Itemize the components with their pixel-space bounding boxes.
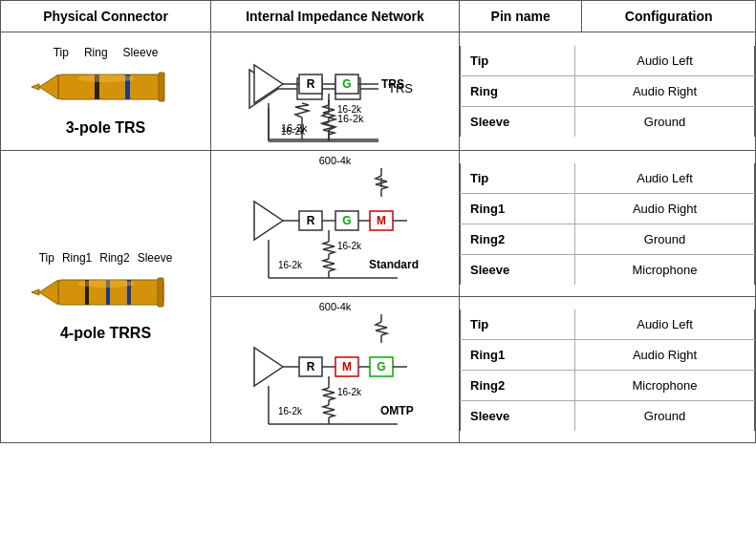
svg-marker-2: [32, 84, 39, 90]
tip-label-4: Tip: [39, 251, 54, 265]
pin-ring-trs: Ring: [461, 76, 575, 107]
table-row: Tip Audio Left: [461, 309, 755, 340]
network-standard: 600-4k R G: [211, 151, 460, 297]
sleeve-label-4: Sleeve: [138, 251, 173, 265]
table-row: Ring1 Audio Right: [461, 193, 755, 224]
pin-sleeve-std: Sleeve: [461, 254, 575, 285]
header-pin: Pin name: [460, 1, 582, 32]
pin-ring2-std: Ring2: [461, 224, 575, 254]
pin-config-trs: Tip Audio Left Ring Audio Right Sleeve G…: [460, 32, 756, 151]
svg-text:TRS: TRS: [381, 77, 404, 91]
config-sleeve-std: Microphone: [575, 254, 755, 285]
table-row: Sleeve Microphone: [461, 254, 755, 285]
trs-connector-svg: [30, 63, 183, 111]
config-ring2-std: Ground: [575, 224, 755, 254]
table-row: Tip Audio Left: [461, 46, 755, 76]
svg-marker-25: [254, 65, 283, 103]
ring-label: Ring: [84, 46, 108, 59]
svg-text:16-2k: 16-2k: [278, 406, 303, 416]
config-ring2-omtp: Microphone: [575, 370, 755, 400]
table-row: Sleeve Ground: [461, 107, 755, 138]
config-ring1-std: Audio Right: [575, 193, 755, 224]
connector-trs-name: 3-pole TRS: [5, 119, 206, 137]
svg-text:R: R: [306, 77, 314, 91]
svg-text:16-2k: 16-2k: [278, 260, 303, 270]
pin-sleeve-omtp: Sleeve: [461, 400, 575, 431]
ring2-label-4: Ring2: [99, 251, 129, 265]
ring1-label-4: Ring1: [62, 251, 92, 265]
pin-tip-std: Tip: [461, 163, 575, 194]
pin-ring1-std: Ring1: [461, 193, 575, 224]
connector-trs: Tip Ring Sleeve: [1, 32, 211, 151]
svg-marker-42: [39, 280, 58, 305]
svg-text:Standard: Standard: [369, 258, 419, 271]
pin-config-standard: Tip Audio Left Ring1 Audio Right Ring2 G…: [460, 151, 756, 297]
table-row: Sleeve Ground: [461, 400, 755, 431]
svg-text:16-2k: 16-2k: [281, 126, 306, 137]
svg-text:R: R: [306, 214, 314, 227]
header-config: Configuration: [582, 1, 756, 32]
network-omtp: 600-4k R M: [211, 297, 460, 443]
header-connector: Physical Connector: [1, 1, 211, 32]
pin-tip-trs: Tip: [461, 46, 575, 76]
network-trs: R G TRS: [211, 32, 460, 151]
pin-ring1-omtp: Ring1: [461, 339, 575, 370]
svg-point-6: [77, 75, 135, 82]
pin-sleeve-trs: Sleeve: [461, 107, 575, 138]
pin-ring2-omtp: Ring2: [461, 370, 575, 400]
table-row: Ring1 Audio Right: [461, 339, 755, 370]
tip-label: Tip: [54, 46, 69, 59]
svg-text:M: M: [342, 360, 352, 373]
config-sleeve-omtp: Ground: [575, 400, 755, 431]
config-sleeve-trs: Ground: [575, 107, 755, 138]
svg-rect-5: [159, 73, 164, 101]
table-row: Ring2 Microphone: [461, 370, 755, 400]
pin-tip-omtp: Tip: [461, 309, 575, 340]
impedance-label-omtp: 600-4k: [319, 301, 352, 312]
svg-marker-1: [39, 75, 58, 99]
svg-text:G: G: [342, 77, 351, 91]
config-tip-std: Audio Left: [575, 163, 755, 194]
svg-marker-43: [32, 289, 39, 295]
connector-trrs-name: 4-pole TRRS: [5, 325, 206, 342]
trs-circuit-clean: R G TRS: [240, 36, 431, 146]
config-ring1-omtp: Audio Right: [575, 339, 755, 370]
impedance-label-standard: 600-4k: [319, 155, 352, 166]
svg-text:16-2k: 16-2k: [337, 387, 362, 397]
trrs-connector-svg: [30, 268, 183, 316]
svg-point-48: [77, 280, 135, 288]
config-tip-omtp: Audio Left: [575, 309, 755, 340]
svg-text:16-2k: 16-2k: [337, 104, 362, 115]
omtp-top-resistor: [240, 314, 431, 352]
connector-trrs: Tip Ring1 Ring2 Sleeve 4-po: [1, 151, 211, 443]
config-ring-trs: Audio Right: [575, 76, 755, 107]
header-network: Internal Impedance Network: [211, 1, 460, 32]
svg-text:R: R: [306, 360, 314, 373]
svg-text:M: M: [377, 214, 386, 227]
svg-text:G: G: [342, 214, 351, 227]
table-row: Ring Audio Right: [461, 76, 755, 107]
svg-text:G: G: [377, 360, 385, 373]
svg-text:16-2k: 16-2k: [337, 241, 362, 251]
table-row: Ring2 Ground: [461, 224, 755, 254]
svg-marker-49: [254, 202, 283, 240]
svg-text:OMTP: OMTP: [380, 404, 414, 417]
svg-marker-72: [254, 348, 283, 386]
pin-config-omtp: Tip Audio Left Ring1 Audio Right Ring2 M…: [460, 297, 756, 443]
config-tip-trs: Audio Left: [575, 46, 755, 76]
table-row: Tip Audio Left: [461, 163, 755, 194]
standard-top-resistor: [240, 168, 431, 206]
svg-rect-47: [158, 278, 163, 307]
sleeve-label: Sleeve: [123, 46, 159, 59]
